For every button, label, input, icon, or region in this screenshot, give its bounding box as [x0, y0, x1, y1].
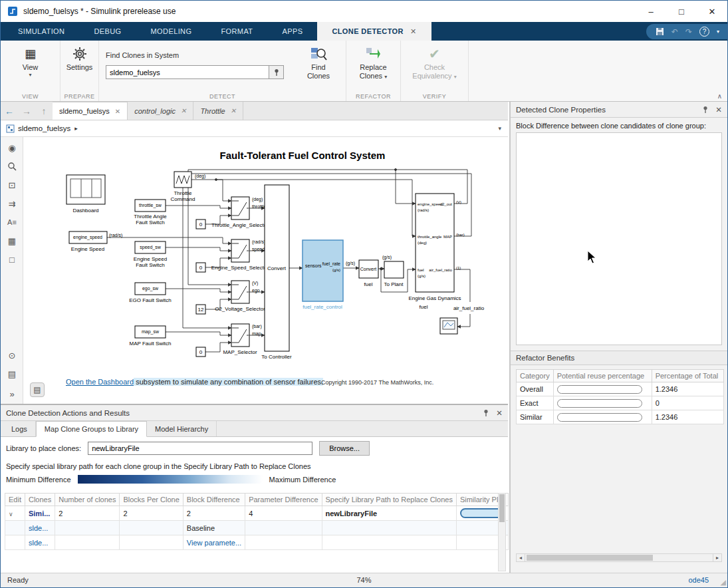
pan-arrows-icon[interactable]: ⇉ [1, 196, 23, 212]
hide-explorer-icon[interactable]: ◉ [1, 140, 23, 156]
replace-clones-button[interactable]: Replace Clones ▾ [350, 41, 398, 80]
block-ego-sw[interactable]: ego_sw EGO Fault Switch [129, 283, 172, 303]
block-constant-0b[interactable]: 0 [196, 263, 205, 272]
block-o2-voltage-selector[interactable]: (V) ego O2_Voltage_Selector [215, 281, 265, 312]
annotation-icon[interactable]: A≡ [1, 214, 23, 230]
close-tab-icon[interactable]: ✕ [181, 107, 186, 114]
clone-link[interactable]: slde... [25, 535, 55, 550]
resize-grip[interactable]: ◢ [721, 578, 726, 587]
close-button[interactable]: ✕ [697, 1, 727, 22]
view-button[interactable]: ▦ View ▾ [11, 41, 51, 78]
find-clones-button[interactable]: Find Clones [296, 41, 341, 80]
zoom-icon[interactable] [1, 158, 23, 174]
settings-button[interactable]: Settings [62, 41, 98, 71]
expand-palette-icon[interactable]: » [1, 386, 23, 402]
minimize-button[interactable]: – [636, 1, 666, 22]
doc-tab-control-logic[interactable]: control_logic✕ [128, 102, 193, 120]
undo-icon[interactable]: ↶ [671, 27, 678, 37]
close-panel-icon[interactable]: ✕ [496, 408, 503, 418]
section-prepare: Settings PREPARE [61, 41, 99, 101]
block-throttle-command[interactable]: Throttle Command (deg) [171, 172, 206, 202]
redo-icon[interactable]: ↷ [685, 27, 692, 37]
close-tab-icon[interactable]: ✕ [115, 108, 120, 115]
clone-results-panel: Clone Detection Actions and Results ✕ Lo… [1, 404, 508, 573]
table-header-row: Edit Clones Number of clones Blocks Per … [5, 494, 509, 506]
back-icon[interactable]: ← [1, 102, 18, 120]
block-engine-speed[interactable]: engine_speed (rad/s) Engine Speed [69, 231, 122, 252]
doc-tab-throttle[interactable]: Throttle✕ [193, 102, 243, 120]
block-throttle-sw[interactable]: throttle_sw Throttle Angle Fault Switch [134, 200, 167, 225]
reuse-progress-bar [557, 385, 642, 394]
block-to-controller[interactable]: Convert To Controller [261, 185, 292, 360]
svg-text:sensors: sensors [305, 263, 322, 268]
block-dashboard[interactable]: Dashboard [66, 175, 105, 214]
view-parameters-link[interactable]: View paramete... [183, 535, 245, 550]
table-vertical-scrollbar[interactable] [498, 493, 506, 571]
pin-icon[interactable] [702, 106, 709, 113]
browse-button[interactable]: Browse... [319, 441, 370, 456]
close-panel-icon[interactable]: ✕ [715, 105, 722, 114]
maximize-button[interactable]: □ [666, 1, 697, 22]
tab-format[interactable]: FORMAT [206, 22, 267, 41]
tab-logs[interactable]: Logs [3, 421, 36, 436]
check-equivalency-button[interactable]: ✔ Check Equivalency ▾ [403, 41, 467, 80]
tab-debug[interactable]: DEBUG [79, 22, 136, 41]
similarity-plot[interactable] [460, 508, 503, 518]
block-convert[interactable]: Convert fuel [359, 260, 378, 287]
tab-model-hierarchy[interactable]: Model Hierarchy [147, 421, 217, 436]
screenshot-icon[interactable]: ⊙ [1, 347, 23, 363]
doc-tab-sldemo-fuelsys[interactable]: sldemo_fuelsys✕ [53, 102, 128, 120]
block-constant-0c[interactable]: 0 [196, 347, 205, 357]
up-to-parent-icon[interactable]: ↑ [35, 102, 53, 120]
model-canvas[interactable]: Fault-Tolerant Fuel Control System [23, 137, 508, 405]
block-map-sw[interactable]: map_sw MAP Fault Switch [130, 326, 172, 347]
show-explorer-button[interactable]: ▤ [30, 382, 45, 397]
block-to-plant[interactable]: (g/s) To Plant [382, 255, 404, 287]
clone-link[interactable]: slde... [25, 521, 55, 535]
panel-horizontal-scrollbar[interactable]: ◂ ▸ [516, 553, 722, 562]
block-engine-gas-dynamics[interactable]: engine_speed o2_out (V) (rad/s) throttle… [408, 194, 464, 301]
table-row: Exact 0 [517, 396, 724, 410]
open-dashboard-link[interactable]: Open the Dashboard [66, 378, 134, 386]
breadcrumb[interactable]: sldemo_fuelsys ▸ ▾ [1, 120, 508, 137]
library-path-cell[interactable]: newLibraryFile [322, 506, 456, 521]
block-constant-0a[interactable]: 0 [196, 220, 205, 229]
status-solver[interactable]: ode45 [688, 576, 709, 584]
block-scope[interactable] [440, 318, 457, 334]
tab-simulation[interactable]: SIMULATION [3, 22, 79, 41]
block-engine-speed-selector[interactable]: (rad/s) speed Engine_Speed_Selector [211, 239, 269, 271]
image-icon[interactable]: ▦ [1, 233, 23, 249]
save-icon[interactable] [656, 27, 664, 36]
block-speed-sw[interactable]: speed_sw Engine Speed Fault Switch [134, 241, 167, 268]
viewmark-icon[interactable]: ▤ [1, 366, 23, 382]
tab-clone-detector[interactable]: CLONE DETECTOR✕ [317, 22, 431, 41]
tab-modeling[interactable]: MODELING [136, 22, 207, 41]
system-input[interactable] [106, 65, 269, 79]
block-throttle-angle-selector[interactable]: (deg) throttle Throttle_Angle_Selector [211, 197, 269, 228]
pin-icon[interactable] [483, 409, 489, 416]
pin-system-button[interactable] [269, 65, 284, 79]
tab-map-clone-groups[interactable]: Map Clone Groups to Library [36, 421, 147, 437]
help-dropdown-icon[interactable]: ▾ [717, 29, 719, 35]
block-difference-list[interactable] [516, 132, 722, 345]
air-fuel-ratio-tag: air_fuel_ratio [453, 305, 485, 311]
help-icon[interactable]: ? [699, 27, 709, 37]
tab-apps[interactable]: APPS [267, 22, 317, 41]
clone-group-link[interactable]: Simi... [25, 506, 55, 521]
expand-row-icon[interactable]: ∨ [9, 511, 13, 517]
breadcrumb-dropdown-icon[interactable]: ▾ [498, 125, 501, 132]
model-diagram: Fault-Tolerant Fuel Control System [23, 137, 508, 405]
block-constant-12[interactable]: 12 [196, 305, 205, 314]
block-map-selector[interactable]: (bar) map MAP_Selector [223, 324, 261, 355]
block-fuel-rate-control[interactable]: sensors fuel_rate (g/s) (g/s) fuel_rate_… [303, 240, 355, 310]
fit-to-view-icon[interactable]: ⊡ [1, 177, 23, 193]
library-input[interactable] [88, 442, 312, 455]
close-tab-icon[interactable]: ✕ [231, 107, 236, 114]
forward-icon[interactable]: → [18, 102, 35, 120]
svg-text:Dashboard: Dashboard [72, 208, 98, 214]
collapse-toolstrip-icon[interactable]: ∧ [717, 92, 722, 100]
close-tab-icon[interactable]: ✕ [410, 27, 417, 36]
scroll-right-icon[interactable]: ▸ [713, 554, 721, 561]
scroll-left-icon[interactable]: ◂ [517, 554, 525, 561]
area-icon[interactable]: □ [1, 251, 23, 267]
